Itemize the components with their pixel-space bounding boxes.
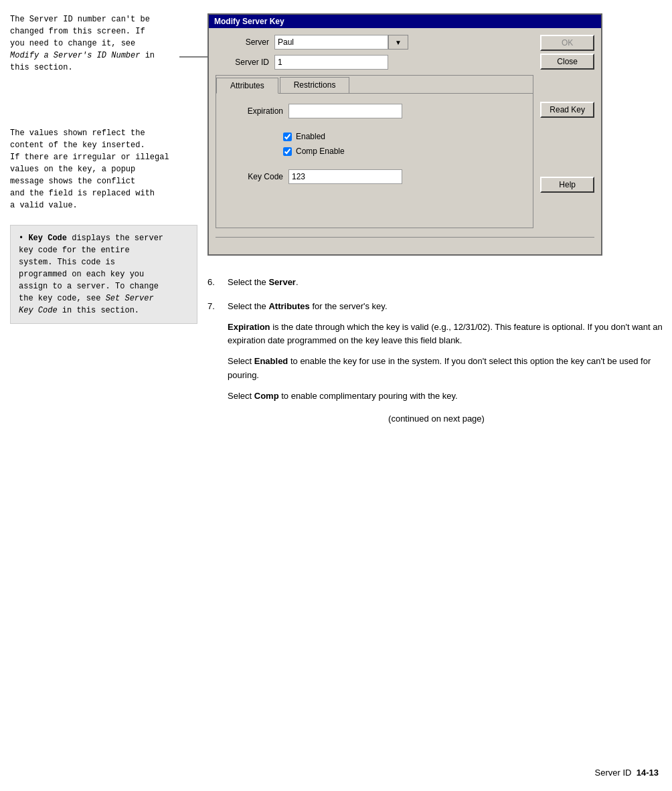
dialog-titlebar: Modify Server Key — [209, 15, 601, 28]
server-row: Server ▼ — [216, 35, 533, 50]
expiration-para: Expiration is the date through which the… — [228, 321, 665, 349]
annotation-top: The Server ID number can't bechanged fro… — [10, 13, 197, 74]
page-container: The Server ID number can't bechanged fro… — [0, 0, 672, 791]
comp-enable-checkbox-row: Comp Enable — [283, 147, 526, 156]
step6-number: 6. — [207, 276, 228, 290]
dialog-title: Modify Server Key — [214, 17, 284, 26]
annotation-middle-text: The values shown reflect thecontent of t… — [10, 128, 169, 210]
expiration-heading: Expiration — [228, 322, 270, 332]
step6-text: Select the Server. — [228, 276, 299, 290]
tabs-row: Attributes Restrictions — [216, 76, 533, 94]
keycode-row: Key Code — [223, 169, 526, 184]
annotation-bottom: Key Code displays the server key code fo… — [10, 225, 197, 324]
expiration-label: Expiration — [223, 106, 283, 116]
server-input[interactable] — [274, 35, 388, 50]
footer-text: Server ID — [595, 768, 632, 778]
step7-content: Select the Attributes for the server's k… — [228, 300, 665, 404]
enabled-para: Select Enabled to enable the key for use… — [228, 355, 665, 383]
ok-button[interactable]: OK — [540, 35, 594, 51]
step-6: 6. Select the Server. — [207, 276, 665, 290]
comp-enable-checkbox[interactable] — [283, 147, 292, 156]
serverid-row: Server ID — [216, 55, 533, 70]
enabled-bold: Enabled — [254, 356, 288, 366]
enabled-checkbox[interactable] — [283, 133, 292, 141]
dialog-top-row: Server ▼ Server ID — [216, 35, 594, 234]
step7-bold: Attributes — [268, 301, 309, 311]
comp-bold: Comp — [254, 391, 279, 401]
keycode-label: Key Code — [223, 172, 283, 181]
annotation-bottom-text: Key Code displays the server key code fo… — [19, 234, 163, 315]
dialog-right-buttons: OK Close Read Key Help — [540, 35, 594, 193]
dialog-window: Modify Server Key Server ▼ Server ID — [207, 13, 602, 256]
dialog-left-area: Server ▼ Server ID — [216, 35, 533, 234]
comp-enable-label: Comp Enable — [296, 147, 345, 156]
comp-para: Select Comp to enable complimentary pour… — [228, 389, 665, 404]
expiration-input[interactable] — [288, 104, 402, 118]
step-7: 7. Select the Attributes for the server'… — [207, 300, 665, 404]
page-footer: Server ID 14-13 — [595, 768, 659, 778]
tab-content: Expiration Enabled — [216, 94, 533, 228]
serverid-input[interactable] — [274, 55, 388, 70]
footer-page: 14-13 — [637, 768, 659, 778]
tab-attributes[interactable]: Attributes — [216, 78, 278, 94]
expiration-row: Expiration — [223, 104, 526, 118]
close-button[interactable]: Close — [540, 54, 594, 70]
annotation-top-text: The Server ID number can't bechanged fro… — [10, 15, 155, 72]
left-column: The Server ID number can't bechanged fro… — [0, 0, 207, 337]
step6-bold: Server — [268, 277, 295, 287]
server-label: Server — [216, 37, 269, 47]
annotation-middle: The values shown reflect thecontent of t… — [10, 127, 197, 211]
serverid-label: Server ID — [216, 58, 269, 67]
step7-number: 7. — [207, 300, 228, 404]
server-dropdown[interactable]: ▼ — [388, 35, 408, 50]
keycode-input[interactable] — [288, 169, 402, 184]
content-section: 6. Select the Server. 7. Select the Attr… — [207, 269, 665, 430]
read-key-button[interactable]: Read Key — [540, 102, 594, 118]
enabled-checkbox-row: Enabled — [283, 132, 526, 141]
enabled-label: Enabled — [296, 132, 325, 141]
help-button[interactable]: Help — [540, 177, 594, 193]
tab-restrictions[interactable]: Restrictions — [280, 77, 350, 93]
tabs-area: Attributes Restrictions Expiration — [216, 75, 533, 228]
progress-bar — [216, 237, 594, 248]
main-column: Modify Server Key Server ▼ Server ID — [207, 13, 665, 430]
continued-text: (continued on next page) — [207, 414, 665, 424]
dialog-body: Server ▼ Server ID — [209, 28, 601, 254]
